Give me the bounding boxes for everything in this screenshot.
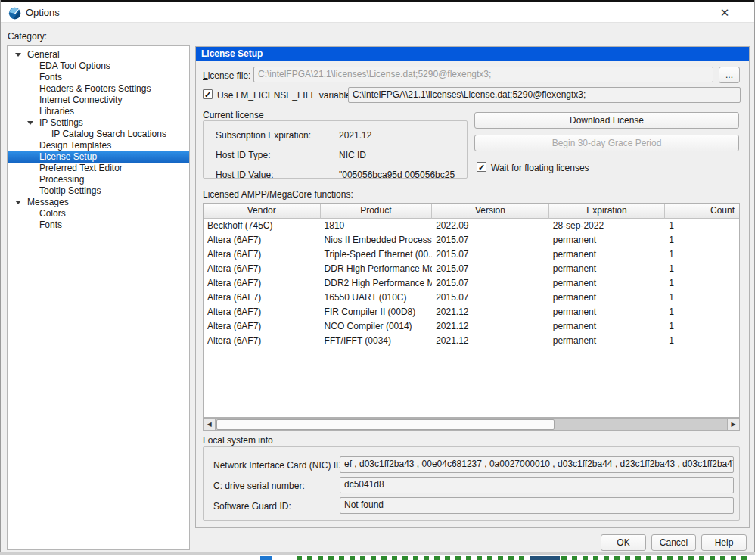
table-row[interactable]: Altera (6AF7)16550 UART (010C)2015.07per… bbox=[204, 291, 739, 305]
download-license-button[interactable]: Download License bbox=[474, 112, 739, 129]
info-label: Host ID Value: bbox=[216, 167, 273, 182]
sidebar-item-libraries[interactable]: Libraries bbox=[8, 106, 189, 117]
column-header-expiration[interactable]: Expiration bbox=[549, 204, 666, 219]
close-icon[interactable]: ✕ bbox=[716, 5, 733, 20]
column-header-vendor[interactable]: Vendor bbox=[204, 204, 321, 219]
sidebar-item-label: License Setup bbox=[39, 151, 97, 162]
info-field[interactable]: dc5041d8 bbox=[340, 477, 734, 493]
table-cell: 1 bbox=[665, 319, 739, 334]
sidebar-item-processing[interactable]: Processing bbox=[8, 174, 189, 185]
sidebar-item-fonts[interactable]: Fonts bbox=[8, 72, 189, 83]
grace-period-button[interactable]: Begin 30-day Grace Period bbox=[474, 135, 739, 151]
local-info-title: Local system info bbox=[203, 435, 273, 446]
table-cell: Beckhoff (745C) bbox=[204, 219, 321, 233]
table-cell: permanent bbox=[549, 233, 666, 247]
table-cell: permanent bbox=[549, 247, 666, 262]
sidebar-item-label: Processing bbox=[39, 174, 84, 185]
table-row[interactable]: Altera (6AF7)DDR High Performance Me...2… bbox=[204, 262, 739, 276]
table-cell: permanent bbox=[549, 305, 666, 319]
megacore-table-label: Licensed AMPP/MegaCore functions: bbox=[203, 189, 353, 200]
table-row[interactable]: Altera (6AF7)DDR2 High Performance M...2… bbox=[204, 276, 739, 291]
table-cell: FIR Compiler II (00D8) bbox=[321, 305, 433, 319]
table-row[interactable]: Altera (6AF7)FFT/IFFT (0034)2021.12perma… bbox=[204, 334, 739, 348]
sidebar-item-messages[interactable]: Messages bbox=[8, 197, 189, 208]
scroll-right-icon[interactable]: ▶ bbox=[727, 419, 739, 430]
table-row[interactable]: Altera (6AF7)NCO Compiler (0014)2021.12p… bbox=[204, 319, 739, 334]
info-field[interactable]: ef , d03c1ff2ba43 , 00e04c681237 , 0a002… bbox=[340, 456, 734, 473]
sidebar-item-label: Internet Connectivity bbox=[39, 95, 122, 105]
sidebar-item-label: Fonts bbox=[39, 72, 62, 82]
scrollbar-thumb[interactable] bbox=[216, 419, 555, 430]
sidebar-item-headers-footers-settings[interactable]: Headers & Footers Settings bbox=[8, 83, 189, 95]
table-cell: 2015.07 bbox=[432, 291, 549, 305]
table-cell: DDR High Performance Me... bbox=[321, 262, 433, 276]
sidebar-item-tooltip-settings[interactable]: Tooltip Settings bbox=[8, 185, 189, 197]
horizontal-scrollbar[interactable]: ◀ ▶ bbox=[203, 418, 740, 431]
table-cell: 1 bbox=[665, 276, 739, 291]
current-license-row: Host ID Value:"005056bca95d 005056bc25 bbox=[204, 167, 467, 182]
help-button[interactable]: Help bbox=[701, 534, 747, 551]
sidebar-item-label: Design Templates bbox=[39, 140, 111, 151]
table-row[interactable]: Beckhoff (745C)18102022.0928-sep-20221 bbox=[204, 219, 739, 233]
browse-button[interactable]: ... bbox=[719, 67, 740, 83]
wait-floating-checkbox[interactable]: ✓ bbox=[477, 162, 486, 172]
table-cell: 1 bbox=[665, 305, 739, 319]
table-cell: 2015.07 bbox=[432, 262, 549, 276]
sidebar-item-label: Colors bbox=[39, 208, 66, 219]
license-setup-panel: License Setup License file: C:\intelFPGA… bbox=[195, 46, 750, 528]
background-icon-fragment bbox=[260, 556, 272, 560]
table-cell: 1810 bbox=[321, 219, 433, 233]
table-cell: permanent bbox=[549, 262, 666, 276]
sidebar-item-label: IP Settings bbox=[39, 117, 83, 128]
sidebar-item-internet-connectivity[interactable]: Internet Connectivity bbox=[8, 95, 189, 106]
sidebar-item-label: Preferred Text Editor bbox=[39, 163, 123, 173]
column-header-product[interactable]: Product bbox=[321, 204, 433, 219]
chevron-down-icon[interactable] bbox=[15, 201, 21, 204]
chevron-down-icon[interactable] bbox=[15, 53, 21, 57]
background-text-fragment-dark bbox=[530, 556, 560, 560]
title-bar: Options ✕ bbox=[1, 0, 754, 23]
sidebar-item-eda-tool-options[interactable]: EDA Tool Options bbox=[8, 61, 189, 72]
background-window-strip bbox=[0, 552, 755, 560]
table-row[interactable]: Altera (6AF7)Triple-Speed Ethernet (00..… bbox=[204, 247, 739, 262]
sidebar-item-ip-catalog-search-locations[interactable]: IP Catalog Search Locations bbox=[8, 129, 189, 140]
table-cell: 2015.07 bbox=[432, 276, 549, 291]
sidebar-item-license-setup[interactable]: License Setup bbox=[8, 151, 189, 163]
table-cell: Altera (6AF7) bbox=[204, 262, 321, 276]
column-header-version[interactable]: Version bbox=[432, 204, 549, 219]
table-cell: 1 bbox=[665, 334, 739, 348]
table-cell: 2015.07 bbox=[432, 233, 549, 247]
chevron-down-icon[interactable] bbox=[27, 121, 33, 125]
sidebar-item-fonts[interactable]: Fonts bbox=[8, 219, 189, 231]
table-cell: permanent bbox=[549, 319, 666, 334]
table-cell: Altera (6AF7) bbox=[204, 291, 321, 305]
table-cell: 1 bbox=[665, 247, 739, 262]
lm-license-checkbox[interactable]: ✓ bbox=[203, 89, 213, 99]
table-cell: 1 bbox=[665, 233, 739, 247]
table-cell: 2015.07 bbox=[432, 247, 549, 262]
sidebar-item-colors[interactable]: Colors bbox=[8, 208, 189, 219]
lm-license-input[interactable]: C:\intelFPGA\21.1\licenses\License.dat;5… bbox=[348, 87, 741, 103]
current-license-row: Host ID Type:NIC ID bbox=[204, 148, 467, 163]
scroll-left-icon[interactable]: ◀ bbox=[204, 419, 216, 430]
sidebar-item-general[interactable]: General bbox=[8, 49, 189, 61]
sidebar-item-ip-settings[interactable]: IP Settings bbox=[8, 117, 189, 129]
table-header-row: VendorProductVersionExpirationCount bbox=[204, 204, 739, 219]
table-row[interactable]: Altera (6AF7)Nios II Embedded Process...… bbox=[204, 233, 739, 247]
current-license-group: Subscription Expiration:2021.12Host ID T… bbox=[203, 120, 468, 179]
local-info-row: Software Guard ID:Not found bbox=[204, 497, 739, 512]
sidebar-item-preferred-text-editor[interactable]: Preferred Text Editor bbox=[8, 163, 189, 174]
sidebar-item-label: General bbox=[27, 49, 60, 60]
table-cell: 1 bbox=[665, 262, 739, 276]
sidebar-item-label: Fonts bbox=[39, 219, 62, 230]
info-field[interactable]: Not found bbox=[340, 497, 734, 514]
license-file-input[interactable]: C:\intelFPGA\21.1\licenses\License.dat;5… bbox=[253, 67, 713, 82]
column-header-count[interactable]: Count bbox=[665, 204, 739, 219]
cancel-button[interactable]: Cancel bbox=[651, 534, 696, 551]
ok-button[interactable]: OK bbox=[601, 534, 646, 551]
info-label: Software Guard ID: bbox=[213, 499, 291, 514]
sidebar-item-design-templates[interactable]: Design Templates bbox=[8, 140, 189, 151]
table-row[interactable]: Altera (6AF7)FIR Compiler II (00D8)2021.… bbox=[204, 305, 739, 319]
info-value: NIC ID bbox=[339, 148, 366, 163]
table-cell: permanent bbox=[549, 334, 666, 348]
